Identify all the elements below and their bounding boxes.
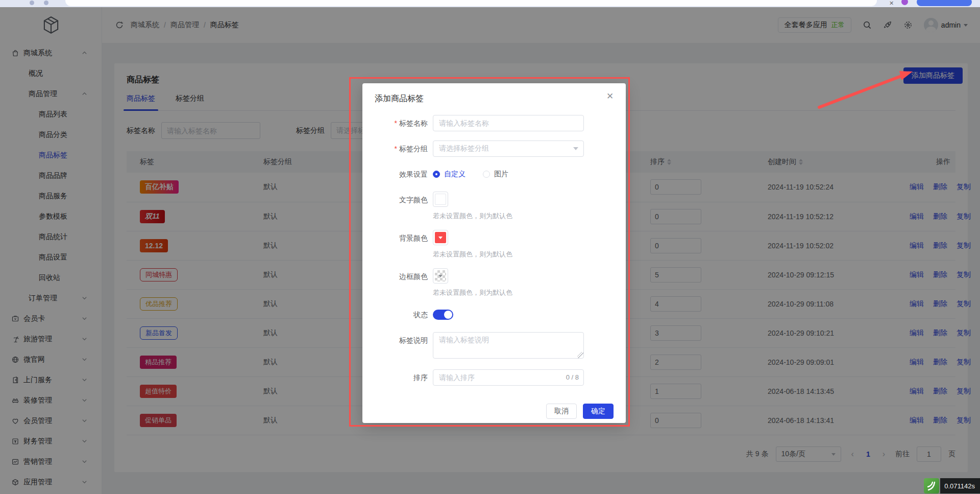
framework-logo-icon bbox=[924, 478, 939, 493]
tag-group-placeholder: 请选择标签分组 bbox=[439, 144, 489, 153]
field-label-border-color: 边框颜色 bbox=[375, 268, 428, 297]
cancel-button[interactable]: 取消 bbox=[546, 404, 577, 419]
field-label-status: 状态 bbox=[375, 307, 428, 323]
border-color-hint: 若未设置颜色，则为默认色 bbox=[433, 288, 584, 297]
text-color-picker[interactable] bbox=[433, 192, 448, 207]
field-label-sort: 排序 bbox=[375, 369, 428, 386]
add-tag-modal: 添加商品标签 ✕ 标签名称 标签分组 请选择标签分组 效果设置 自定义图片 文字… bbox=[362, 83, 626, 423]
text-color-hint: 若未设置颜色，则为默认色 bbox=[433, 211, 584, 221]
chevron-down-icon bbox=[438, 275, 443, 277]
effect-radio-group: 自定义图片 bbox=[433, 166, 584, 182]
tag-desc-textarea[interactable] bbox=[433, 332, 584, 359]
close-icon[interactable]: ✕ bbox=[889, 0, 894, 7]
chevron-down-icon bbox=[573, 147, 578, 150]
radio-label: 图片 bbox=[494, 170, 508, 179]
perf-badge: 0.071142s bbox=[924, 478, 980, 493]
browser-chrome: ✕ bbox=[0, 0, 980, 7]
radio-icon bbox=[483, 171, 490, 178]
field-label-group: 标签分组 bbox=[375, 140, 428, 157]
field-label-effect: 效果设置 bbox=[375, 166, 428, 182]
field-label-text-color: 文字颜色 bbox=[375, 192, 428, 221]
sort-input[interactable] bbox=[433, 369, 584, 386]
confirm-button[interactable]: 确定 bbox=[583, 404, 614, 419]
page-load-time: 0.071142s bbox=[940, 478, 980, 493]
radio-label: 自定义 bbox=[444, 170, 465, 179]
browser-dot bbox=[30, 1, 34, 5]
effect-radio-1[interactable]: 图片 bbox=[483, 170, 508, 179]
radio-icon bbox=[433, 171, 440, 178]
field-label-name: 标签名称 bbox=[375, 115, 428, 131]
char-counter: 0 / 8 bbox=[566, 373, 579, 381]
tag-name-input[interactable] bbox=[433, 115, 584, 131]
field-label-desc: 标签说明 bbox=[375, 332, 428, 360]
bg-color-hint: 若未设置颜色，则为默认色 bbox=[433, 250, 584, 259]
field-label-bg-color: 背景颜色 bbox=[375, 230, 428, 259]
effect-radio-0[interactable]: 自定义 bbox=[433, 170, 465, 179]
bg-color-picker[interactable] bbox=[433, 230, 448, 245]
browser-action-button[interactable] bbox=[917, 0, 972, 6]
tag-group-select[interactable]: 请选择标签分组 bbox=[433, 140, 584, 157]
browser-profile-avatar[interactable] bbox=[901, 0, 908, 5]
modal-title: 添加商品标签 bbox=[375, 93, 614, 104]
status-toggle[interactable] bbox=[433, 310, 453, 320]
browser-dot bbox=[44, 1, 48, 5]
browser-address-bar[interactable] bbox=[65, 0, 877, 6]
border-color-picker[interactable] bbox=[433, 268, 448, 284]
chevron-down-icon bbox=[438, 237, 443, 239]
close-icon[interactable]: ✕ bbox=[606, 92, 615, 101]
